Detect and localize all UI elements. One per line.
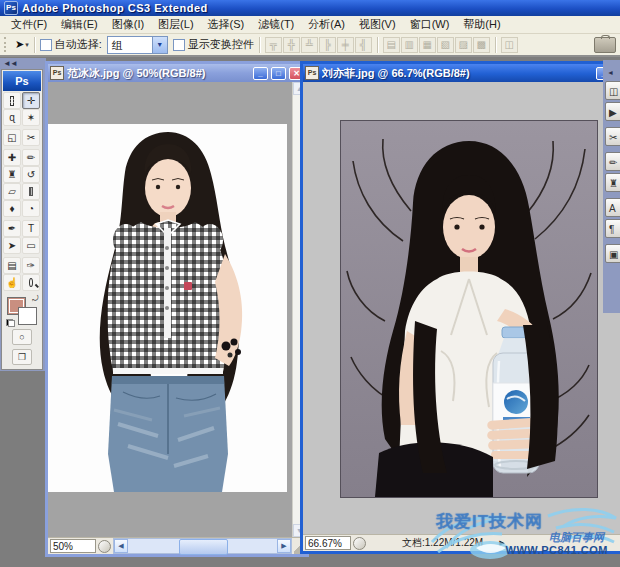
eyedropper-tool[interactable]: ✑ xyxy=(22,257,40,274)
menu-analysis[interactable]: 分析(A) xyxy=(301,16,352,33)
pen-tool[interactable]: ✒ xyxy=(3,220,21,237)
checkbox-icon[interactable] xyxy=(40,39,52,51)
distribute-vertical-centers-button[interactable]: ▥ xyxy=(401,37,418,53)
type-tool[interactable]: T xyxy=(22,220,40,237)
panel-actions[interactable]: ▶ xyxy=(605,102,620,121)
distribute-right-edges-button[interactable]: ▩ xyxy=(473,37,490,53)
distribute-left-edges-button[interactable]: ▧ xyxy=(437,37,454,53)
menu-image[interactable]: 图像(I) xyxy=(105,16,151,33)
eyedropper-icon: ✑ xyxy=(27,260,35,271)
magic-wand-tool[interactable]: ✶ xyxy=(22,109,40,126)
quick-mask-button[interactable]: ○ xyxy=(12,329,32,345)
zoom-level-field[interactable]: 66.67% xyxy=(305,536,351,550)
slice-tool[interactable]: ✂ xyxy=(22,129,40,146)
panel-character[interactable]: A xyxy=(605,198,620,217)
clone-stamp-tool[interactable]: ♜ xyxy=(3,166,21,183)
document-window-fanbingbing: Ps 范冰冰.jpg @ 50%(RGB/8#) _ □ ✕ xyxy=(45,61,309,557)
hand-tool[interactable]: ☝ xyxy=(3,274,21,291)
path-selection-icon: ➤ xyxy=(8,240,16,251)
align-horizontal-centers-button[interactable]: ╪ xyxy=(337,37,354,53)
scrollbar-track[interactable] xyxy=(128,539,277,553)
photo-illustration xyxy=(48,124,287,492)
eraser-tool[interactable]: ▱ xyxy=(3,183,21,200)
panel-layer-comps[interactable]: ▣ xyxy=(605,244,620,263)
distribute-top-edges-button[interactable]: ▤ xyxy=(383,37,400,53)
panel-navigator[interactable]: ◫ xyxy=(605,81,620,100)
align-bottom-edges-button[interactable]: ╩ xyxy=(301,37,318,53)
shape-icon: ▭ xyxy=(26,240,35,251)
panel-clone-source[interactable]: ♜ xyxy=(605,173,620,192)
panel-brushes[interactable]: ✏ xyxy=(605,152,620,171)
menu-window[interactable]: 窗口(W) xyxy=(403,16,457,33)
scroll-left-icon[interactable]: ◀ xyxy=(114,539,128,553)
move-icon: ✛ xyxy=(27,95,35,106)
crop-tool[interactable]: ◱ xyxy=(3,129,21,146)
show-transform-checkbox[interactable]: 显示变换控件 xyxy=(173,37,254,52)
background-color-swatch[interactable] xyxy=(18,307,37,325)
panel-paragraph[interactable]: ¶ xyxy=(605,219,620,238)
history-brush-tool[interactable]: ↺ xyxy=(22,166,40,183)
align-top-edges-button[interactable]: ╦ xyxy=(265,37,282,53)
path-selection-tool[interactable]: ➤ xyxy=(3,237,21,254)
notes-tool[interactable]: ▤ xyxy=(3,257,21,274)
menu-edit[interactable]: 编辑(E) xyxy=(54,16,105,33)
clone-stamp-icon: ♜ xyxy=(8,169,17,180)
status-flyout-icon[interactable]: ▶ xyxy=(493,538,510,548)
healing-icon: ✚ xyxy=(8,152,16,163)
scroll-right-icon[interactable]: ▶ xyxy=(277,539,291,553)
spot-healing-brush-tool[interactable]: ✚ xyxy=(3,149,21,166)
minimize-button[interactable]: _ xyxy=(253,67,268,80)
canvas-area[interactable] xyxy=(303,82,620,534)
swap-colors-icon[interactable]: ⤾ xyxy=(32,294,39,304)
document-titlebar[interactable]: Ps 范冰冰.jpg @ 50%(RGB/8#) _ □ ✕ xyxy=(48,64,306,82)
horizontal-scrollbar[interactable]: ◀ ▶ xyxy=(113,538,292,554)
auto-select-checkbox[interactable]: 自动选择: xyxy=(40,37,102,52)
zoom-tool[interactable] xyxy=(22,274,40,291)
checkbox-icon[interactable] xyxy=(173,39,185,51)
move-tool[interactable]: ✛ xyxy=(22,92,40,109)
panel-tool-presets[interactable]: ✂ xyxy=(605,127,620,146)
brush-tool[interactable]: ✏ xyxy=(22,149,40,166)
menu-select[interactable]: 选择(S) xyxy=(201,16,252,33)
shape-tool[interactable]: ▭ xyxy=(22,237,40,254)
menu-filter[interactable]: 滤镜(T) xyxy=(251,16,301,33)
toolbox-collapse-icon[interactable]: ◄◄ xyxy=(1,59,45,69)
pen-icon: ✒ xyxy=(8,223,16,234)
align-right-edges-button[interactable]: ╣ xyxy=(355,37,372,53)
document-titlebar[interactable]: Ps 刘亦菲.jpg @ 66.7%(RGB/8#) _ xyxy=(303,64,620,82)
zoom-level-field[interactable]: 50% xyxy=(50,539,96,553)
zoom-icon xyxy=(29,278,33,287)
distribute-horizontal-centers-button[interactable]: ▨ xyxy=(455,37,472,53)
status-menu-icon[interactable] xyxy=(353,537,366,550)
blur-tool[interactable]: ♦ xyxy=(3,200,21,217)
gradient-tool[interactable] xyxy=(22,183,40,200)
auto-align-layers-button[interactable]: ◫ xyxy=(501,37,518,53)
auto-select-dropdown[interactable]: 组 ▼ xyxy=(107,36,168,54)
menu-view[interactable]: 视图(V) xyxy=(352,16,403,33)
notes-icon: ▤ xyxy=(7,260,16,271)
lasso-icon: ɋ xyxy=(9,112,15,123)
lasso-tool[interactable]: ɋ xyxy=(3,109,21,126)
maximize-button[interactable]: □ xyxy=(271,67,286,80)
default-colors-icon[interactable] xyxy=(6,319,15,327)
canvas-area[interactable] xyxy=(48,82,292,537)
rectangular-marquee-tool[interactable] xyxy=(3,92,21,109)
photoshop-app: Ps Adobe Photoshop CS3 Extended 文件(F) 编辑… xyxy=(0,0,620,567)
move-tool-preset-icon[interactable]: ➤▾ xyxy=(15,38,29,51)
dock-collapse-icon[interactable]: ◄ xyxy=(607,69,614,76)
dropdown-arrow-icon[interactable]: ▼ xyxy=(152,37,167,53)
slice-icon: ✂ xyxy=(27,132,35,143)
divider xyxy=(34,37,35,53)
hand-icon: ☝ xyxy=(6,277,18,288)
menu-layer[interactable]: 图层(L) xyxy=(151,16,200,33)
align-vertical-centers-button[interactable]: ╬ xyxy=(283,37,300,53)
scrollbar-thumb[interactable] xyxy=(179,539,229,555)
menu-help[interactable]: 帮助(H) xyxy=(456,16,507,33)
align-left-edges-button[interactable]: ╠ xyxy=(319,37,336,53)
distribute-bottom-edges-button[interactable]: ▦ xyxy=(419,37,436,53)
status-menu-icon[interactable] xyxy=(98,540,111,553)
menu-file[interactable]: 文件(F) xyxy=(4,16,54,33)
dodge-tool[interactable]: ◔ xyxy=(22,200,40,217)
palette-well-icon[interactable] xyxy=(594,37,616,53)
screen-mode-button[interactable]: ❐ xyxy=(12,349,32,365)
